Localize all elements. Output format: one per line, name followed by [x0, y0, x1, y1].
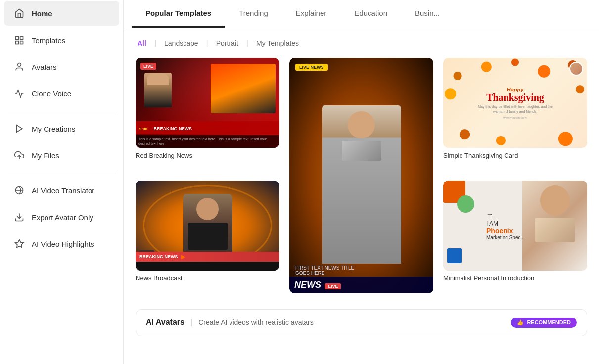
sidebar-item-clone-voice[interactable]: Clone Voice [4, 81, 119, 106]
tg-title-text: Thanksgiving [478, 92, 553, 102]
thumbs-up-icon: 👍 [517, 319, 524, 326]
sidebar: Home Templates Avatars Clone Voice [0, 0, 124, 364]
template-label-red-breaking-news: Red Breaking News [136, 152, 279, 159]
svg-point-4 [18, 63, 21, 67]
main-content: Popular Templates Trending Explainer Edu… [124, 0, 599, 364]
sidebar-item-templates-label: Templates [32, 36, 65, 45]
filter-all[interactable]: All [136, 38, 148, 48]
template-label-simple-thanksgiving: Simple Thanksgiving Card [443, 152, 587, 159]
filter-sep-1: | [154, 39, 156, 47]
divider-2 [8, 173, 115, 173]
mpi-iam-text: I AM [486, 220, 525, 227]
template-card-news-broadcast[interactable]: LIVE BREAKING NEWS ▶ News Broadcast [136, 181, 279, 293]
mpi-avatar-area [522, 181, 587, 271]
filter-sep-3: | [246, 39, 248, 47]
mpi-green-shape [457, 195, 474, 213]
recommended-text: RECOMMENDED [527, 319, 571, 325]
highlights-icon [14, 238, 25, 249]
svg-rect-1 [20, 37, 23, 40]
translate-icon [14, 185, 25, 196]
sidebar-item-clone-voice-label: Clone Voice [32, 90, 71, 98]
tg-subtitle-text: May this day be filled with love, laught… [478, 104, 553, 114]
tab-popular-templates[interactable]: Popular Templates [132, 0, 225, 28]
template-thumb-quick-news: LIVE NEWS FIRST TEXT NEWS TITLE GOES HER… [289, 58, 433, 293]
nb-anchor-head [196, 198, 219, 220]
svg-marker-5 [16, 125, 22, 133]
tg-avatar [569, 62, 583, 76]
export-icon [14, 212, 25, 223]
qn-news-bar: NEWS LIVE [289, 277, 433, 293]
rbn-breaking-bar: 9:00 BREAKING NEWS [136, 121, 279, 134]
sidebar-item-ai-video-highlights[interactable]: AI Video Highlights [4, 231, 119, 256]
svg-rect-3 [20, 41, 23, 44]
sidebar-item-templates[interactable]: Templates [4, 28, 119, 52]
content-area: All | Landscape | Portrait | My Template… [124, 28, 599, 364]
svg-marker-9 [15, 240, 24, 248]
sidebar-item-ai-video-translator[interactable]: AI Video Translator [4, 178, 119, 203]
play-icon [14, 123, 25, 134]
qn-live-badge: LIVE NEWS [295, 64, 328, 71]
mpi-name-text: Phoenix [486, 227, 525, 235]
home-icon [14, 8, 25, 19]
avatars-section[interactable]: AI Avatars | Create AI videos with reali… [136, 309, 587, 336]
rbn-screen [211, 64, 276, 113]
mpi-role-text: Marketing Spec... [486, 235, 525, 240]
avatars-section-label: AI Avatars [146, 318, 184, 327]
tg-url-text: www.yoursite.com [478, 116, 553, 119]
template-label-news-broadcast: News Broadcast [136, 274, 279, 282]
filter-landscape[interactable]: Landscape [162, 38, 200, 48]
tab-explainer[interactable]: Explainer [282, 0, 341, 28]
sidebar-item-my-creations[interactable]: My Creations [4, 116, 119, 141]
template-thumb-minimalist-personal: → I AM Phoenix Marketing Spec... [443, 181, 587, 271]
mpi-blue-shape [447, 248, 462, 263]
tab-education[interactable]: Education [340, 0, 401, 28]
mpi-content: → I AM Phoenix Marketing Spec... [486, 210, 525, 240]
template-card-simple-thanksgiving[interactable]: Happy Thanksgiving May this day be fille… [443, 58, 587, 171]
avatars-sep: | [190, 318, 192, 327]
mpi-arrow: → [486, 210, 525, 218]
template-card-minimalist-personal[interactable]: → I AM Phoenix Marketing Spec... Minimal… [443, 181, 587, 293]
filter-row: All | Landscape | Portrait | My Template… [136, 38, 587, 48]
filter-sep-2: | [206, 39, 208, 47]
sidebar-item-avatars[interactable]: Avatars [4, 54, 119, 79]
sidebar-item-home[interactable]: Home [4, 1, 119, 26]
nb-breaking-bar: BREAKING NEWS ▶ [136, 252, 279, 262]
tab-bar: Popular Templates Trending Explainer Edu… [124, 0, 599, 28]
template-card-quick-news[interactable]: LIVE NEWS FIRST TEXT NEWS TITLE GOES HER… [289, 58, 433, 293]
template-label-minimalist-personal: Minimalist Personal Introduction [443, 274, 587, 282]
sidebar-item-export-avatar-only-label: Export Avatar Only [32, 213, 93, 222]
divider-1 [8, 111, 115, 111]
template-grid: LIVE 9:00 BREAKING NEWS This is a sample… [136, 58, 587, 293]
rbn-live-badge: LIVE [140, 63, 156, 70]
avatar-icon [14, 61, 25, 72]
rbn-sample-text: This is a sample text. Insert your desir… [136, 135, 279, 148]
filter-my-templates[interactable]: My Templates [254, 38, 301, 48]
nb-floor [136, 262, 279, 271]
tab-trending[interactable]: Trending [225, 0, 282, 28]
tg-content: Happy Thanksgiving May this day be fille… [473, 82, 557, 124]
upload-icon [14, 150, 25, 161]
sidebar-item-my-files[interactable]: My Files [4, 143, 119, 168]
sidebar-item-ai-video-translator-label: AI Video Translator [32, 186, 94, 195]
wave-icon [14, 88, 25, 99]
svg-rect-0 [16, 37, 19, 40]
sidebar-item-avatars-label: Avatars [32, 63, 57, 71]
template-thumb-simple-thanksgiving: Happy Thanksgiving May this day be fille… [443, 58, 587, 148]
template-thumb-news-broadcast: LIVE BREAKING NEWS ▶ [136, 181, 279, 271]
sidebar-item-ai-video-highlights-label: AI Video Highlights [32, 240, 94, 248]
svg-rect-2 [16, 41, 19, 44]
tab-business[interactable]: Busin... [401, 0, 454, 28]
filter-portrait[interactable]: Portrait [214, 38, 240, 48]
mpi-avatar-face [540, 185, 570, 215]
sidebar-item-my-creations-label: My Creations [32, 125, 75, 133]
recommended-badge: 👍 RECOMMENDED [511, 318, 577, 328]
templates-icon [14, 35, 25, 46]
sidebar-item-my-files-label: My Files [32, 151, 59, 160]
sidebar-item-home-label: Home [32, 9, 52, 18]
template-card-red-breaking-news[interactable]: LIVE 9:00 BREAKING NEWS This is a sample… [136, 58, 279, 171]
template-thumb-red-breaking-news: LIVE 9:00 BREAKING NEWS This is a sample… [136, 58, 279, 148]
avatars-section-description: Create AI videos with realistic avatars [198, 318, 314, 326]
sidebar-item-export-avatar-only[interactable]: Export Avatar Only [4, 205, 119, 229]
